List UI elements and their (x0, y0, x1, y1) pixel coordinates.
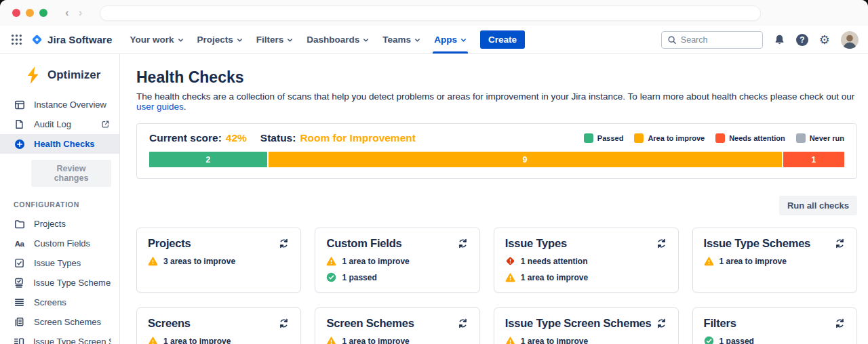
nav-item-filters[interactable]: Filters (250, 26, 300, 53)
error-icon (505, 256, 515, 266)
external-link-icon[interactable] (100, 120, 111, 129)
jira-logo-icon (31, 33, 43, 46)
zoom-window-button[interactable] (39, 9, 47, 17)
sidebar-item-projects[interactable]: Projects (0, 214, 119, 234)
legend-label: Passed (597, 134, 624, 142)
main-content: Health Checks The health checks are a co… (120, 54, 868, 344)
sidebar-item-label: Health Checks (34, 139, 95, 149)
screen-schemes-icon (14, 317, 25, 327)
warning-icon (704, 256, 714, 266)
health-check-card-issue-types: Issue Types1 needs attention1 area to im… (494, 228, 679, 293)
sidebar-item-instance-overview[interactable]: Instance Overview (0, 95, 119, 114)
warning-icon (505, 336, 515, 344)
sidebar-item-label: Custom Fields (34, 238, 90, 249)
refresh-icon[interactable] (457, 318, 469, 329)
legend-swatch (634, 133, 644, 143)
legend-label: Never run (810, 134, 844, 142)
sidebar-item-label: Issue Types (34, 258, 81, 268)
close-window-button[interactable] (12, 9, 20, 17)
browser-back-button[interactable]: ‹ (65, 6, 69, 20)
address-bar[interactable] (100, 5, 761, 21)
card-status-label: 3 areas to improve (163, 257, 235, 266)
nav-item-your-work[interactable]: Your work (123, 26, 191, 53)
run-all-checks-button[interactable]: Run all checks (779, 196, 857, 215)
nav-item-apps[interactable]: Apps (427, 26, 473, 53)
card-title: Projects (148, 237, 191, 250)
card-status-warning: 1 area to improve (505, 272, 667, 282)
warning-icon (148, 336, 158, 344)
card-status-error: 1 needs attention (505, 256, 667, 266)
sidebar-item-label: Audit Log (34, 119, 71, 129)
sidebar-item-issue-type-screen-sche[interactable]: Issue Type Screen Sche... (0, 332, 119, 344)
refresh-icon[interactable] (278, 238, 290, 249)
configuration-section-title: CONFIGURATION (0, 192, 119, 214)
issue-type-screen-schemes-icon (14, 337, 24, 344)
issue-types-icon (14, 258, 25, 268)
legend-item-area-to-improve: Area to improve (634, 133, 705, 143)
settings-gear-icon[interactable]: ⚙ (819, 34, 830, 46)
review-changes-button[interactable]: Review changes (31, 160, 111, 187)
refresh-icon[interactable] (278, 318, 290, 329)
browser-forward-button[interactable]: › (79, 6, 83, 20)
help-icon[interactable]: ? (796, 34, 808, 46)
sidebar-item-health-checks[interactable]: Health Checks (0, 134, 119, 154)
legend-item-passed: Passed (584, 133, 624, 143)
health-check-card-screens: Screens1 area to improve (136, 307, 301, 344)
card-status-warning: 1 area to improve (505, 336, 667, 344)
refresh-icon[interactable] (656, 238, 667, 249)
warning-icon (505, 272, 515, 282)
warning-icon (148, 256, 158, 266)
card-status-label: 1 area to improve (342, 257, 409, 266)
nav-item-label: Apps (434, 35, 457, 45)
legend-label: Needs attention (729, 134, 785, 142)
nav-item-label: Dashboards (307, 35, 359, 45)
health-check-card-screen-schemes: Screen Schemes1 area to improve (315, 307, 479, 344)
card-status-warning: 1 area to improve (326, 336, 468, 344)
nav-item-label: Teams (382, 35, 411, 45)
sidebar-item-label: Instance Overview (34, 100, 106, 110)
user-avatar[interactable] (841, 31, 859, 49)
refresh-icon[interactable] (834, 238, 846, 249)
health-check-card-projects: Projects3 areas to improve (136, 228, 301, 293)
search-input[interactable] (681, 35, 757, 45)
chevron-down-icon (178, 37, 184, 43)
sidebar-item-label: Issue Type Screen Sche... (33, 337, 111, 344)
sidebar-item-screens[interactable]: Screens (0, 293, 119, 312)
jira-brand[interactable]: Jira Software (31, 33, 113, 46)
folder-icon (14, 219, 25, 230)
search-icon (667, 35, 677, 45)
refresh-icon[interactable] (457, 238, 469, 249)
sidebar-item-custom-fields[interactable]: AaCustom Fields (0, 234, 119, 253)
success-icon (704, 336, 714, 344)
card-title: Custom Fields (326, 237, 401, 250)
nav-item-dashboards[interactable]: Dashboards (300, 26, 376, 53)
segment-count: 2 (205, 155, 210, 165)
instance-overview-icon (14, 100, 25, 110)
cards-grid: Projects3 areas to improveCustom Fields1… (136, 228, 857, 344)
refresh-icon[interactable] (834, 318, 846, 329)
sidebar-item-label: Screens (34, 297, 66, 307)
minimize-window-button[interactable] (26, 9, 34, 17)
sidebar-item-label: Screen Schemes (34, 317, 101, 327)
app-switcher-grid-icon[interactable] (8, 31, 25, 48)
legend-swatch (796, 133, 806, 143)
sidebar-item-issue-type-schemes[interactable]: Issue Type Schemes (0, 273, 119, 293)
search-box[interactable] (661, 31, 763, 49)
lightning-bolt-icon (24, 66, 41, 85)
product-name: Jira Software (47, 34, 113, 45)
chevron-down-icon (237, 37, 243, 43)
create-button[interactable]: Create (480, 30, 525, 49)
chevron-down-icon (414, 37, 420, 43)
user-guides-link[interactable]: user guides (136, 102, 184, 112)
health-check-card-custom-fields: Custom Fields1 area to improve1 passed (315, 228, 479, 293)
nav-item-projects[interactable]: Projects (191, 26, 250, 53)
sidebar-item-screen-schemes[interactable]: Screen Schemes (0, 312, 119, 332)
nav-item-teams[interactable]: Teams (376, 26, 427, 53)
notifications-bell-icon[interactable] (774, 34, 785, 45)
refresh-icon[interactable] (656, 318, 667, 329)
card-title: Issue Type Schemes (704, 237, 811, 250)
sidebar-item-audit-log[interactable]: Audit Log (0, 114, 119, 134)
card-status-warning: 3 areas to improve (148, 256, 290, 266)
sidebar-item-issue-types[interactable]: Issue Types (0, 253, 119, 273)
browser-titlebar: ‹ › (0, 0, 868, 26)
